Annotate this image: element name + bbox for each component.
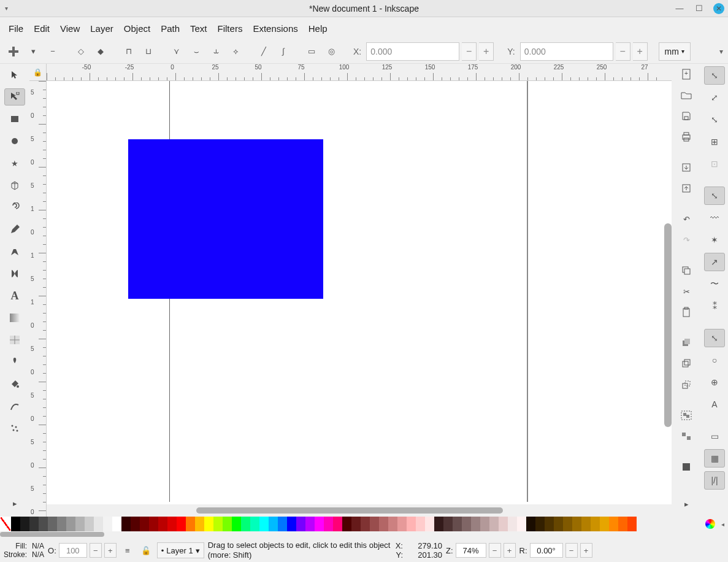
zoom-out[interactable]: − xyxy=(489,543,501,558)
menu-file[interactable]: File xyxy=(9,23,23,34)
color-swatch[interactable] xyxy=(581,517,591,531)
color-swatch[interactable] xyxy=(453,517,462,531)
selector-tool[interactable] xyxy=(4,66,25,83)
color-swatch[interactable] xyxy=(167,517,177,531)
color-swatch[interactable] xyxy=(517,517,526,531)
pencil-tool[interactable] xyxy=(4,221,25,238)
color-swatch[interactable] xyxy=(57,517,66,531)
ruler-lock-icon[interactable]: 🔒 xyxy=(29,64,47,81)
tweak-tool[interactable] xyxy=(4,398,25,415)
rotate-decrement[interactable]: − xyxy=(565,543,578,558)
color-swatch[interactable] xyxy=(75,517,85,531)
color-swatch[interactable] xyxy=(618,517,627,531)
color-swatch[interactable] xyxy=(572,517,581,531)
y-decrement[interactable]: − xyxy=(616,42,630,61)
color-swatch[interactable] xyxy=(131,517,140,531)
color-swatch[interactable] xyxy=(103,517,112,531)
node-symmetric-icon[interactable]: ⥿ xyxy=(207,43,224,60)
star-tool[interactable]: ★ xyxy=(4,155,25,172)
color-swatch[interactable] xyxy=(379,517,388,531)
insert-node-icon[interactable] xyxy=(5,43,22,60)
new-doc-icon[interactable]: + xyxy=(676,66,696,82)
color-swatch[interactable] xyxy=(259,517,269,531)
color-swatch[interactable] xyxy=(186,517,195,531)
color-swatch[interactable] xyxy=(20,517,29,531)
menu-filters[interactable]: Filters xyxy=(218,23,243,34)
color-swatch[interactable] xyxy=(48,517,57,531)
y-increment[interactable]: + xyxy=(633,42,648,61)
color-swatch[interactable] xyxy=(204,517,213,531)
ungroup-icon[interactable] xyxy=(676,428,696,444)
duplicate-icon[interactable] xyxy=(676,335,696,351)
color-swatch[interactable] xyxy=(535,517,545,531)
save-icon[interactable] xyxy=(676,108,696,124)
snap-paths-icon[interactable]: 〰 xyxy=(704,209,725,227)
dropper-tool[interactable] xyxy=(4,353,25,371)
text-tool[interactable]: A xyxy=(4,287,25,304)
delete-segment-icon[interactable]: ⊔ xyxy=(140,43,157,60)
3dbox-tool[interactable] xyxy=(4,177,25,194)
color-swatch[interactable] xyxy=(554,517,563,531)
color-swatch[interactable] xyxy=(370,517,379,531)
unlink-clone-icon[interactable] xyxy=(676,377,696,393)
cut-icon[interactable]: ✂ xyxy=(676,283,696,299)
drawn-rectangle[interactable] xyxy=(128,139,323,299)
snap-guides-icon[interactable]: |/| xyxy=(704,471,725,490)
x-coord-field[interactable]: 0.000 xyxy=(366,42,459,61)
layer-lock-icon[interactable]: 🔓 xyxy=(139,543,153,558)
object-to-path-icon[interactable]: ▭ xyxy=(303,43,320,60)
print-icon[interactable] xyxy=(676,129,696,145)
color-swatch[interactable] xyxy=(563,517,572,531)
color-swatch[interactable] xyxy=(177,517,186,531)
opacity-field[interactable]: 100 xyxy=(59,543,87,558)
snap-smooth-nodes-icon[interactable]: 〜 xyxy=(704,275,725,293)
color-swatch[interactable] xyxy=(471,517,480,531)
color-swatch[interactable] xyxy=(149,517,158,531)
menu-object[interactable]: Object xyxy=(124,23,150,34)
color-swatch[interactable] xyxy=(397,517,407,531)
segment-curve-icon[interactable]: ∫ xyxy=(275,43,292,60)
color-swatch[interactable] xyxy=(112,517,121,531)
color-swatch[interactable] xyxy=(462,517,471,531)
color-swatch[interactable] xyxy=(407,517,416,531)
snap-path-intersect-icon[interactable]: ✶ xyxy=(704,231,725,249)
color-swatch[interactable] xyxy=(278,517,287,531)
unit-selector[interactable]: mm▾ xyxy=(659,42,691,61)
color-swatch[interactable] xyxy=(434,517,443,531)
import-icon[interactable] xyxy=(676,160,696,175)
color-swatch[interactable] xyxy=(39,517,48,531)
pen-tool[interactable] xyxy=(4,243,25,260)
opacity-increment[interactable]: + xyxy=(104,543,117,558)
color-swatch[interactable] xyxy=(241,517,250,531)
rectangle-tool[interactable] xyxy=(4,110,25,128)
color-swatch[interactable] xyxy=(526,517,535,531)
color-swatch[interactable] xyxy=(232,517,241,531)
color-swatch[interactable] xyxy=(66,517,75,531)
paintbucket-tool[interactable] xyxy=(4,375,25,393)
color-swatch[interactable] xyxy=(361,517,370,531)
color-swatch[interactable] xyxy=(140,517,149,531)
menu-extensions[interactable]: Extensions xyxy=(253,23,297,34)
color-swatch[interactable] xyxy=(296,517,305,531)
color-swatch[interactable] xyxy=(29,517,39,531)
color-swatch[interactable] xyxy=(223,517,232,531)
mesh-tool[interactable] xyxy=(4,331,25,348)
zoom-in[interactable]: + xyxy=(504,543,516,558)
menu-help[interactable]: Help xyxy=(308,23,328,34)
snap-cusp-nodes-icon[interactable]: ↗ xyxy=(704,253,725,271)
options-overflow-icon[interactable]: ▾ xyxy=(719,47,723,56)
palette-scrollbar[interactable] xyxy=(0,531,728,539)
color-swatch[interactable] xyxy=(600,517,609,531)
snap-nodes-toggle[interactable]: ⤡ xyxy=(704,187,725,205)
spray-tool[interactable] xyxy=(4,420,25,437)
color-wheel-icon[interactable] xyxy=(703,517,717,531)
layer-selector[interactable]: •Layer 1 ▾ xyxy=(157,542,204,558)
snap-line-midpoints-icon[interactable]: ⁑ xyxy=(704,297,725,315)
color-swatch[interactable] xyxy=(158,517,167,531)
color-swatch[interactable] xyxy=(489,517,499,531)
zoom-field[interactable]: 74% xyxy=(456,543,486,558)
color-swatch[interactable] xyxy=(480,517,489,531)
color-swatch[interactable] xyxy=(11,517,20,531)
color-swatch[interactable] xyxy=(443,517,453,531)
color-swatch[interactable] xyxy=(333,517,342,531)
